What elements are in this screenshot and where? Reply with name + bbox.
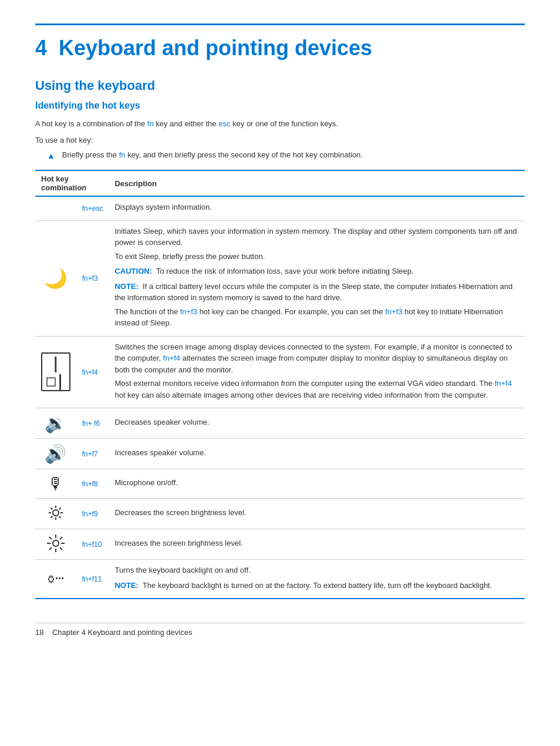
row-icon: 🔊: [35, 439, 76, 469]
row-key: fn+f9: [76, 499, 109, 529]
table-row: |□| fn+f4 Switches the screen image amon…: [35, 336, 525, 408]
svg-rect-29: [62, 577, 63, 579]
row-key: fn+f10: [76, 529, 109, 560]
table-header-combo: Hot key combination: [35, 170, 109, 196]
row-desc: Switches the screen image among display …: [109, 336, 525, 408]
esc-link: esc: [218, 119, 230, 128]
svg-line-8: [50, 516, 52, 518]
bullet-text-2: key, and then briefly press the second k…: [126, 150, 363, 159]
svg-line-23: [49, 576, 49, 576]
row-desc: Initiates Sleep, which saves your inform…: [109, 220, 525, 336]
table-row: fn+esc Displays system information.: [35, 196, 525, 220]
bullet-text: Briefly press the fn key, and then brief…: [62, 150, 363, 159]
row-icon: [35, 196, 76, 220]
intro-text-2: key and either the: [154, 119, 219, 128]
row-desc: Displays system information.: [109, 196, 525, 220]
row-desc: Microphone on/off.: [109, 469, 525, 499]
backlight-icon: [41, 574, 70, 584]
intro-paragraph: A hot key is a combination of the fn key…: [35, 118, 525, 130]
svg-line-25: [52, 576, 53, 576]
table-row: 🌙 fn+f3 Initiates Sleep, which saves you…: [35, 220, 525, 336]
row-icon: 🌙: [35, 220, 76, 336]
row-icon: [35, 529, 76, 560]
hotkey-table: Hot key combination Description fn+esc D…: [35, 170, 525, 599]
chapter-title-text: Keyboard and pointing devices: [59, 36, 372, 60]
volume-up-icon: 🔊: [45, 444, 66, 463]
svg-line-5: [50, 508, 52, 510]
row-desc: Decreases speaker volume.: [109, 408, 525, 439]
row-icon: 🎙: [35, 469, 76, 499]
row-key: fn+f11: [76, 560, 109, 599]
row-icon: [35, 499, 76, 529]
svg-line-6: [59, 516, 61, 518]
svg-point-9: [53, 540, 59, 546]
row-key: fn+f7: [76, 439, 109, 469]
chapter-number: 4: [35, 36, 47, 60]
row-key: fn+f3: [76, 220, 109, 336]
table-header-desc: Description: [109, 170, 525, 196]
page-container: 4 Keyboard and pointing devices Using th…: [35, 23, 525, 637]
intro-text-1: A hot key is a combination of the: [35, 119, 147, 128]
microphone-icon: 🎙: [48, 475, 64, 493]
row-key: fn+esc: [76, 196, 109, 220]
row-key: fn+f8: [76, 469, 109, 499]
page-header: 4 Keyboard and pointing devices: [35, 23, 525, 61]
volume-down-icon: 🔉: [45, 414, 66, 433]
row-icon: 🔉: [35, 408, 76, 439]
subsection-title: Identifying the hot keys: [35, 100, 525, 111]
display-icon: |□|: [41, 352, 70, 391]
row-icon: [35, 560, 76, 599]
svg-line-14: [49, 537, 52, 539]
bullet-item: ▲ Briefly press the fn key, and then bri…: [47, 150, 525, 160]
chapter-title: 4 Keyboard and pointing devices: [35, 36, 525, 61]
table-row: fn+f10 Increases the screen brightness l…: [35, 529, 525, 560]
bullet-fn-link: fn: [119, 150, 126, 159]
section-title: Using the keyboard: [35, 78, 525, 93]
bullet-icon: ▲: [47, 151, 55, 160]
row-desc: Increases speaker volume.: [109, 439, 525, 469]
table-row: 🎙 fn+f8 Microphone on/off.: [35, 469, 525, 499]
svg-line-15: [60, 547, 62, 550]
svg-line-26: [49, 582, 49, 582]
row-desc: Turns the keyboard backlight on and off.…: [109, 560, 525, 599]
row-key: fn+f4: [76, 336, 109, 408]
intro-text-3: key or one of the function keys.: [230, 119, 338, 128]
svg-rect-27: [56, 577, 58, 579]
row-desc: Increases the screen brightness level.: [109, 529, 525, 560]
row-desc: Decreases the screen brightness level.: [109, 499, 525, 529]
footer-chapter-ref: Chapter 4 Keyboard and pointing devices: [52, 628, 193, 637]
table-row: fn+f9 Decreases the screen brightness le…: [35, 499, 525, 529]
svg-point-18: [49, 577, 53, 582]
svg-point-0: [53, 510, 59, 516]
row-icon: |□|: [35, 336, 76, 408]
brightness-up-icon: [46, 534, 65, 553]
table-row: 🔉 fn+ f6 Decreases speaker volume.: [35, 408, 525, 439]
usage-label: To use a hot key:: [35, 135, 525, 146]
brightness-down-icon: [46, 503, 65, 522]
svg-line-7: [59, 508, 61, 510]
svg-line-24: [52, 582, 53, 582]
svg-rect-28: [59, 577, 60, 579]
row-key: fn+ f6: [76, 408, 109, 439]
footer-page-num: 18: [35, 628, 43, 637]
fn-link-1: fn: [147, 119, 154, 128]
table-row: 🔊 fn+f7 Increases speaker volume.: [35, 439, 525, 469]
page-footer: 18 Chapter 4 Keyboard and pointing devic…: [35, 623, 525, 637]
svg-line-16: [60, 537, 62, 539]
svg-line-17: [49, 547, 52, 550]
sleep-icon: 🌙: [44, 268, 68, 289]
table-row: fn+f11 Turns the keyboard backlight on a…: [35, 560, 525, 599]
